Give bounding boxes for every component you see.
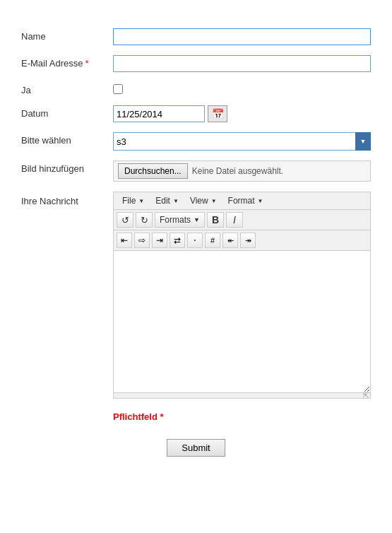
menu-format-arrow: ▼	[258, 198, 263, 204]
menu-view-arrow: ▼	[211, 198, 217, 204]
editor-toolbar-2: ⇤ ⇨ ⇥ ⇄ ⋅ #	[114, 230, 370, 251]
list-ordered-button[interactable]: #	[205, 233, 220, 248]
align-center-icon: ⇨	[138, 235, 145, 245]
menu-format-label: Format	[228, 196, 255, 206]
list-ordered-icon: #	[210, 236, 215, 245]
menu-edit-label: Edit	[155, 196, 170, 206]
menu-view[interactable]: View ▼	[184, 194, 222, 208]
submit-row: Submit	[21, 439, 371, 457]
menu-format[interactable]: Format ▼	[222, 194, 269, 208]
file-field-wrap: Durchsuchen... Keine Datei ausgewählt.	[113, 160, 371, 182]
italic-icon: I	[233, 214, 236, 226]
bold-button[interactable]: B	[207, 212, 224, 228]
file-input-wrap: Durchsuchen... Keine Datei ausgewählt.	[113, 160, 371, 182]
menu-file-label: File	[122, 196, 136, 206]
italic-button[interactable]: I	[226, 212, 243, 228]
email-label: E-Mail Adresse*	[21, 55, 113, 69]
align-right-button[interactable]: ⇥	[152, 233, 167, 248]
nachricht-row: Ihre Nachricht File ▼ Edit ▼ View ▼	[21, 192, 371, 399]
redo-button[interactable]: ↻	[136, 212, 153, 228]
ja-label: Ja	[21, 82, 113, 95]
formats-label: Formats	[160, 215, 191, 225]
select-field-wrap: s3 s1 s2 s4	[113, 132, 371, 151]
pflichtfeld-text: Pflichtfeld *	[113, 411, 164, 422]
date-input[interactable]	[113, 105, 205, 122]
datum-row: Datum 📅	[21, 105, 371, 122]
list-unordered-icon: ⋅	[194, 235, 196, 245]
editor-content-area[interactable]	[114, 251, 370, 392]
menu-view-label: View	[190, 196, 208, 206]
bold-icon: B	[212, 214, 219, 226]
name-row: Name	[21, 28, 371, 45]
list-unordered-button[interactable]: ⋅	[187, 233, 203, 248]
email-required-star: *	[85, 58, 88, 69]
datum-label: Datum	[21, 105, 113, 119]
name-label: Name	[21, 28, 113, 42]
name-field-wrap	[113, 28, 371, 45]
indent-button[interactable]: ↠	[240, 233, 256, 248]
ja-checkbox[interactable]	[113, 84, 123, 94]
editor-wrap: File ▼ Edit ▼ View ▼ Format ▼	[113, 192, 371, 399]
menu-file[interactable]: File ▼	[117, 194, 150, 208]
select-wrap: s3 s1 s2 s4	[113, 132, 371, 151]
select-row: Bitte wählen s3 s1 s2 s4	[21, 132, 371, 151]
formats-arrow: ▼	[194, 216, 200, 223]
submit-button[interactable]: Submit	[167, 439, 225, 457]
rich-text-editor: File ▼ Edit ▼ View ▼ Format ▼	[113, 192, 371, 399]
menu-edit-arrow: ▼	[173, 198, 179, 204]
email-field-wrap	[113, 55, 371, 72]
undo-button[interactable]: ↺	[117, 212, 133, 228]
align-right-icon: ⇥	[156, 235, 163, 245]
email-row: E-Mail Adresse*	[21, 55, 371, 72]
file-row: Bild hinzufügen Durchsuchen... Keine Dat…	[21, 160, 371, 182]
calendar-button[interactable]: 📅	[208, 105, 227, 122]
undo-icon: ↺	[121, 215, 129, 226]
bitte-waehlen-select[interactable]: s3 s1 s2 s4	[113, 132, 371, 151]
indent-icon: ↠	[245, 236, 251, 245]
name-input[interactable]	[113, 28, 371, 45]
form-container: Name E-Mail Adresse* Ja Datum 📅	[0, 14, 392, 471]
menu-file-arrow: ▼	[138, 198, 144, 204]
editor-menubar: File ▼ Edit ▼ View ▼ Format ▼	[114, 192, 370, 210]
ja-checkbox-wrap	[113, 82, 371, 94]
select-label: Bitte wählen	[21, 132, 113, 146]
formats-dropdown[interactable]: Formats ▼	[155, 212, 205, 228]
align-center-button[interactable]: ⇨	[134, 233, 150, 248]
align-left-button[interactable]: ⇤	[117, 233, 132, 248]
outdent-icon: ↞	[227, 236, 234, 245]
menu-edit[interactable]: Edit ▼	[150, 194, 184, 208]
nachricht-label: Ihre Nachricht	[21, 192, 113, 206]
date-wrap: 📅	[113, 105, 371, 122]
file-label: Bild hinzufügen	[21, 160, 113, 174]
email-input[interactable]	[113, 55, 371, 72]
calendar-icon: 📅	[212, 108, 224, 119]
redo-icon: ↻	[141, 215, 148, 226]
align-justify-icon: ⇄	[174, 235, 181, 245]
resize-icon: ⇱	[363, 392, 369, 399]
align-left-icon: ⇤	[121, 235, 128, 245]
datum-field-wrap: 📅	[113, 105, 371, 122]
pflichtfeld-spacer	[21, 409, 113, 411]
outdent-button[interactable]: ↞	[222, 233, 238, 248]
editor-toolbar-1: ↺ ↻ Formats ▼ B I	[114, 210, 370, 230]
browse-button[interactable]: Durchsuchen...	[118, 163, 188, 179]
editor-resize-handle[interactable]: ⇱	[114, 392, 370, 398]
align-justify-button[interactable]: ⇄	[170, 233, 185, 248]
pflichtfeld-row: Pflichtfeld *	[21, 409, 371, 433]
ja-row: Ja	[21, 82, 371, 95]
file-none-label: Keine Datei ausgewählt.	[192, 166, 283, 176]
